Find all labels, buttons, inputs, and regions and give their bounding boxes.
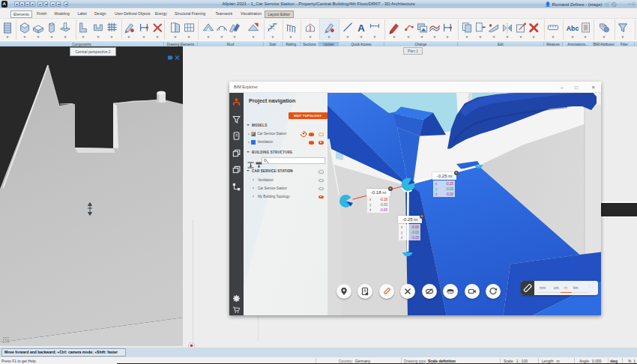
svg-text:Abc: Abc [567, 25, 579, 32]
svg-text:OK: OK [602, 24, 606, 28]
svg-text:A: A [357, 22, 365, 34]
